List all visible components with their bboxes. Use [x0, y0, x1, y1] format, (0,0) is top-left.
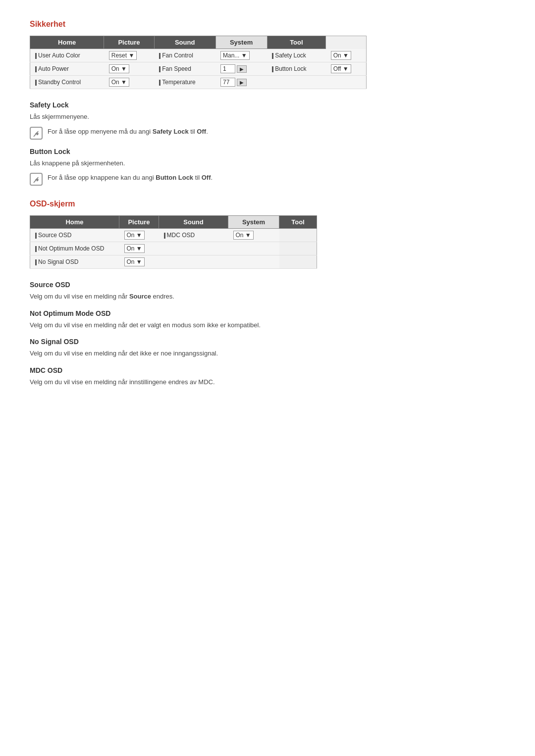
- cell-button-lock-label: Button Lock: [267, 62, 325, 76]
- table-row: User Auto Color Reset ▼ Fan Control Man.…: [30, 49, 367, 62]
- osd-tab-sound[interactable]: Sound: [159, 216, 228, 229]
- fan-speed-nav[interactable]: ▶: [237, 65, 247, 73]
- sikkerhet-menu-table: Home Picture Sound System Tool User Auto…: [30, 36, 367, 89]
- mdc-osd-desc: Velg om du vil vise en melding når innst…: [30, 377, 505, 387]
- cell-user-auto-color-label: User Auto Color: [30, 49, 104, 62]
- cell-empty-1: [267, 76, 325, 89]
- bar-icon: [35, 66, 37, 72]
- mdc-osd-title: MDC OSD: [30, 366, 505, 374]
- cell-auto-power-label: Auto Power: [30, 62, 104, 76]
- osd-tab-picture[interactable]: Picture: [119, 216, 159, 229]
- cell-not-optimum-label: Not Optimum Mode OSD: [30, 242, 119, 255]
- cell-user-auto-color-val[interactable]: Reset ▼: [104, 49, 155, 62]
- cell-source-osd-label: Source OSD: [30, 229, 119, 242]
- table-row: Standby Control On ▼ Temperature 77 ▶: [30, 76, 367, 89]
- table-row: Auto Power On ▼ Fan Speed 1 ▶ Button Loc…: [30, 62, 367, 76]
- bar-icon: [159, 80, 160, 86]
- cell-fan-speed-val[interactable]: 1 ▶: [215, 62, 267, 76]
- osd-tab-home[interactable]: Home: [30, 216, 119, 229]
- bar-icon: [35, 259, 37, 265]
- osd-tab-system-active[interactable]: System: [228, 216, 279, 229]
- no-signal-dropdown[interactable]: On ▼: [124, 257, 145, 266]
- standby-control-dropdown[interactable]: On ▼: [109, 78, 129, 87]
- button-lock-note-text: For å låse opp knappene kan du angi Butt…: [48, 173, 213, 183]
- no-signal-desc: Velg om du vil vise en melding når det i…: [30, 349, 505, 358]
- source-osd-title: Source OSD: [30, 281, 505, 289]
- bar-icon: [35, 246, 37, 252]
- bar-icon: [35, 80, 37, 86]
- button-lock-title: Button Lock: [30, 148, 505, 155]
- cell-button-lock-val[interactable]: Off ▼: [326, 62, 367, 76]
- bar-icon: [35, 233, 37, 239]
- bar-icon: [35, 53, 37, 59]
- user-auto-color-dropdown[interactable]: Reset ▼: [109, 51, 137, 60]
- cell-not-optimum-val[interactable]: On ▼: [119, 242, 159, 255]
- safety-lock-dropdown[interactable]: On ▼: [331, 51, 351, 60]
- cell-empty-osd-1: [159, 242, 228, 255]
- cell-fan-speed-label: Fan Speed: [154, 62, 215, 76]
- osd-table-row: Source OSD On ▼ MDC OSD On ▼: [30, 229, 317, 242]
- sikkerhet-section: Sikkerhet Home Picture Sound System Tool…: [30, 20, 505, 186]
- osd-menu-table: Home Picture Sound System Tool Source OS…: [30, 215, 317, 269]
- cell-fan-control-label: Fan Control: [154, 49, 215, 62]
- cell-temperature-val: 77 ▶: [215, 76, 267, 89]
- tab-system-active[interactable]: System: [215, 36, 267, 49]
- fan-speed-val: 1: [220, 64, 235, 73]
- cell-empty-osd-4: [228, 255, 279, 269]
- auto-power-dropdown[interactable]: On ▼: [109, 64, 129, 73]
- bar-icon: [164, 233, 165, 239]
- safety-lock-title: Safety Lock: [30, 101, 505, 109]
- cell-mdc-osd-label: MDC OSD: [159, 229, 228, 242]
- tab-sound[interactable]: Sound: [154, 36, 215, 49]
- note-icon-2: 𝓅: [30, 173, 43, 186]
- tab-tool[interactable]: Tool: [267, 36, 325, 49]
- cell-no-signal-label: No Signal OSD: [30, 255, 119, 269]
- button-lock-dropdown[interactable]: Off ▼: [331, 64, 351, 73]
- cell-mdc-osd-val[interactable]: On ▼: [228, 229, 279, 242]
- tab-home[interactable]: Home: [30, 36, 104, 49]
- osd-title: OSD-skjerm: [30, 200, 505, 208]
- button-lock-note: 𝓅 For å låse opp knappene kan du angi Bu…: [30, 173, 505, 186]
- cell-empty-2: [326, 76, 367, 89]
- cell-auto-power-val[interactable]: On ▼: [104, 62, 155, 76]
- cell-safety-lock-label: Safety Lock: [267, 49, 325, 62]
- cell-safety-lock-val[interactable]: On ▼: [326, 49, 367, 62]
- cell-standby-control-val[interactable]: On ▼: [104, 76, 155, 89]
- mdc-osd-dropdown[interactable]: On ▼: [233, 231, 254, 240]
- osd-menu-header-row: Home Picture Sound System Tool: [30, 216, 317, 229]
- temperature-nav[interactable]: ▶: [237, 79, 247, 86]
- not-optimum-desc: Velg om du vil vise en melding når det e…: [30, 320, 505, 330]
- fan-control-dropdown[interactable]: Man... ▼: [220, 51, 250, 60]
- bar-icon: [272, 53, 273, 59]
- cell-fan-control-val[interactable]: Man... ▼: [215, 49, 267, 62]
- osd-table-row: No Signal OSD On ▼: [30, 255, 317, 269]
- safety-lock-desc: Lås skjermmenyene.: [30, 112, 505, 122]
- tab-picture[interactable]: Picture: [104, 36, 155, 49]
- safety-lock-note-text: For å låse opp menyene må du angi Safety…: [48, 127, 208, 137]
- button-lock-desc: Lås knappene på skjermenheten.: [30, 158, 505, 168]
- no-signal-title: No Signal OSD: [30, 338, 505, 346]
- sikkerhet-title: Sikkerhet: [30, 20, 505, 29]
- menu-header-row: Home Picture Sound System Tool: [30, 36, 367, 49]
- cell-no-signal-val[interactable]: On ▼: [119, 255, 159, 269]
- note-icon: 𝓅: [30, 127, 43, 140]
- not-optimum-dropdown[interactable]: On ▼: [124, 244, 145, 253]
- bar-icon: [272, 66, 273, 72]
- cell-empty-osd-3: [159, 255, 228, 269]
- source-osd-desc: Velg om du vil vise en melding når Sourc…: [30, 292, 505, 302]
- bar-icon: [159, 53, 160, 59]
- not-optimum-title: Not Optimum Mode OSD: [30, 309, 505, 317]
- cell-empty-osd-2: [228, 242, 279, 255]
- osd-tab-tool[interactable]: Tool: [279, 216, 317, 229]
- cell-temperature-label: Temperature: [154, 76, 215, 89]
- osd-section: OSD-skjerm Home Picture Sound System Too…: [30, 200, 505, 387]
- safety-lock-note: 𝓅 For å låse opp menyene må du angi Safe…: [30, 127, 505, 140]
- source-osd-dropdown[interactable]: On ▼: [124, 231, 145, 240]
- osd-table-row: Not Optimum Mode OSD On ▼: [30, 242, 317, 255]
- bar-icon: [159, 66, 160, 72]
- cell-standby-control-label: Standby Control: [30, 76, 104, 89]
- cell-source-osd-val[interactable]: On ▼: [119, 229, 159, 242]
